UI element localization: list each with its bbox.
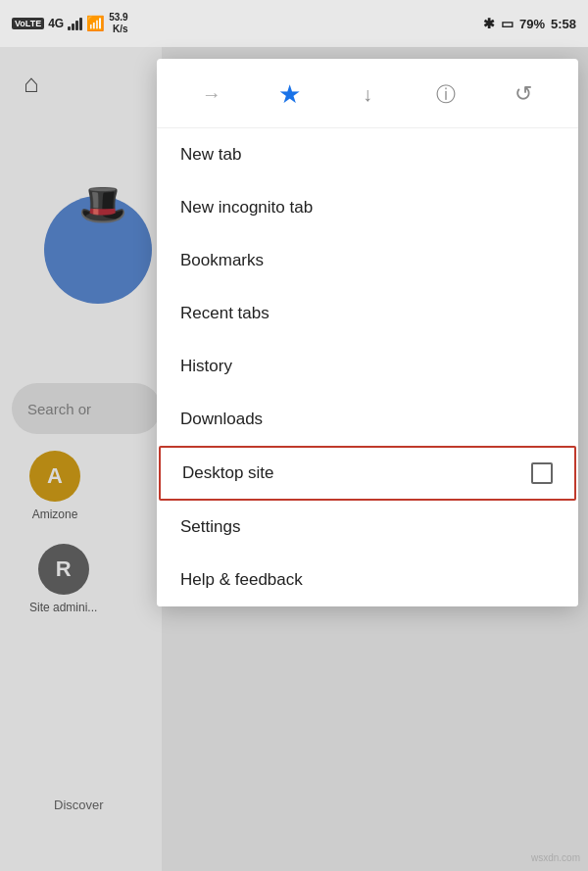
download-icon: ↓ (363, 83, 372, 106)
signal-4g: 4G (48, 17, 64, 30)
menu-item-recent-tabs[interactable]: Recent tabs (157, 287, 578, 340)
status-left: VoLTE 4G 📶 53.9 K/s (12, 12, 128, 35)
watermark: wsxdn.com (531, 852, 580, 863)
menu-item-bookmarks[interactable]: Bookmarks (157, 234, 578, 287)
menu-item-new-incognito-tab[interactable]: New incognito tab (157, 181, 578, 234)
forward-icon: → (202, 83, 221, 106)
status-bar: VoLTE 4G 📶 53.9 K/s ✱ ▭ 79% 5:58 (0, 0, 588, 47)
refresh-icon: ↺ (514, 81, 532, 107)
info-icon: ⓘ (436, 81, 456, 108)
desktop-site-checkbox[interactable] (531, 462, 553, 484)
wifi-icon: 📶 (86, 15, 105, 32)
volte-badge: VoLTE (12, 18, 44, 29)
time-display: 5:58 (551, 17, 576, 31)
dropdown-toolbar: → ★ ↓ ⓘ ↺ (157, 59, 578, 128)
status-right: ✱ ▭ 79% 5:58 (483, 16, 576, 31)
vibrate-icon: ▭ (501, 16, 514, 31)
bookmark-button[interactable]: ★ (268, 73, 311, 116)
refresh-button[interactable]: ↺ (502, 73, 545, 116)
signal-bars (68, 17, 82, 30)
battery-level: 79 (519, 17, 533, 31)
menu-item-help-feedback[interactable]: Help & feedback (157, 554, 578, 606)
forward-button[interactable]: → (190, 73, 233, 116)
menu-item-settings[interactable]: Settings (157, 501, 578, 554)
dropdown-menu: → ★ ↓ ⓘ ↺ New tab New incognito tab Book… (157, 59, 578, 606)
download-button[interactable]: ↓ (346, 73, 389, 116)
menu-item-history[interactable]: History (157, 340, 578, 393)
data-speed: 53.9 K/s (109, 12, 127, 35)
bookmark-icon: ★ (278, 79, 301, 110)
bluetooth-icon: ✱ (483, 16, 495, 31)
battery-icon: 79% (519, 17, 545, 31)
menu-item-desktop-site[interactable]: Desktop site (159, 446, 576, 501)
info-button[interactable]: ⓘ (424, 73, 467, 116)
menu-item-new-tab[interactable]: New tab (157, 128, 578, 181)
menu-item-downloads[interactable]: Downloads (157, 393, 578, 446)
